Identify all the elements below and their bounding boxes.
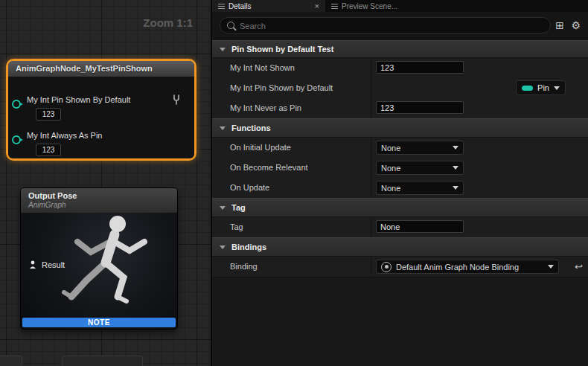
function-dropdown[interactable]: None bbox=[376, 141, 464, 155]
binding-dropdown[interactable]: Default Anim Graph Node Binding bbox=[376, 260, 559, 274]
pin-label: My Int Pin Shown By Default bbox=[27, 95, 130, 104]
property-row: On Update None bbox=[212, 178, 588, 199]
int-pin-icon[interactable] bbox=[12, 135, 21, 144]
partial-node[interactable] bbox=[63, 356, 143, 366]
property-row: On Become Relevant None bbox=[212, 158, 588, 179]
search-icon bbox=[227, 22, 234, 29]
search-input[interactable] bbox=[238, 18, 544, 34]
node-title[interactable]: AnimGraphNode_MyTestPinShown bbox=[8, 61, 194, 77]
function-dropdown[interactable]: None bbox=[376, 161, 464, 175]
chevron-down-icon bbox=[453, 146, 458, 150]
unreal-editor-window: Zoom 1:1 AnimGraphNode_MyTestPinShown My… bbox=[0, 0, 588, 366]
dropdown-value: None bbox=[381, 144, 400, 152]
property-label: My Int Not Shown bbox=[230, 58, 295, 77]
pin-mode-dropdown[interactable]: Pin bbox=[516, 80, 566, 95]
int-pin-icon[interactable] bbox=[12, 100, 21, 109]
category-header-pin-shown[interactable]: Pin Shown by Default Test bbox=[212, 40, 588, 58]
chevron-down-icon bbox=[548, 265, 554, 269]
tab-bar: Details × Preview Scene... bbox=[212, 0, 588, 12]
property-row: On Initial Update None bbox=[212, 138, 588, 158]
category-title: Bindings bbox=[231, 243, 266, 251]
category-title: Functions bbox=[231, 123, 271, 132]
category-header-functions[interactable]: Functions bbox=[212, 118, 588, 138]
pin-label: My Int Always As Pin bbox=[27, 131, 102, 140]
details-panel: Details × Preview Scene... ⊞ ⚙ Pin Shown… bbox=[212, 0, 588, 366]
category-header-bindings[interactable]: Bindings bbox=[212, 237, 588, 257]
settings-gear-icon[interactable]: ⚙ bbox=[571, 18, 581, 33]
property-row: My Int Never as Pin bbox=[212, 98, 588, 119]
tab-label: Preview Scene... bbox=[342, 2, 397, 10]
chevron-down-icon bbox=[220, 48, 226, 51]
chevron-down-icon bbox=[453, 186, 458, 190]
promote-to-pin-icon[interactable] bbox=[171, 94, 182, 106]
pin-icon bbox=[522, 86, 533, 91]
property-row: Binding Default Anim Graph Node Binding … bbox=[212, 257, 588, 277]
property-label: My Int Pin Shown by Default bbox=[230, 78, 333, 97]
node-body: My Int Pin Shown By Default 123 My Int A… bbox=[8, 77, 194, 158]
partial-node[interactable] bbox=[0, 356, 22, 366]
binding-icon bbox=[381, 262, 392, 272]
result-pin[interactable]: Result bbox=[28, 260, 65, 269]
anim-graph-node-selected[interactable]: AnimGraphNode_MyTestPinShown My Int Pin … bbox=[6, 59, 196, 161]
category-title: Tag bbox=[231, 203, 246, 212]
close-tab-icon[interactable]: × bbox=[315, 2, 319, 10]
property-label: On Update bbox=[230, 178, 269, 197]
chevron-down-icon bbox=[220, 206, 226, 210]
category-header-tag[interactable]: Tag bbox=[212, 198, 588, 217]
anim-graph-canvas[interactable]: Zoom 1:1 AnimGraphNode_MyTestPinShown My… bbox=[0, 0, 212, 366]
tab-details[interactable]: Details × bbox=[212, 0, 325, 12]
property-row: Tag bbox=[212, 217, 588, 238]
chevron-down-icon bbox=[554, 86, 560, 90]
dropdown-value: None bbox=[381, 164, 400, 173]
reset-to-default-icon[interactable]: ↩ bbox=[575, 260, 583, 273]
property-row: My Int Not Shown bbox=[212, 58, 588, 79]
result-pin-label: Result bbox=[42, 260, 65, 269]
binding-value: Default Anim Graph Node Binding bbox=[396, 263, 519, 272]
property-label: On Initial Update bbox=[230, 138, 291, 157]
chevron-down-icon bbox=[220, 126, 226, 130]
property-label: Binding bbox=[230, 257, 258, 276]
int-value-input[interactable] bbox=[376, 101, 464, 114]
pin-mode-value: Pin bbox=[537, 83, 549, 92]
int-value-input[interactable] bbox=[376, 61, 464, 74]
pose-pin-icon bbox=[28, 260, 37, 269]
dropdown-value: None bbox=[381, 184, 400, 193]
details-tab-icon bbox=[218, 4, 225, 9]
note-banner: NOTE bbox=[22, 318, 176, 327]
chevron-down-icon bbox=[220, 245, 226, 249]
category-title: Pin Shown by Default Test bbox=[231, 45, 333, 54]
property-label: My Int Never as Pin bbox=[230, 98, 301, 118]
property-label: Tag bbox=[230, 217, 243, 237]
search-box[interactable] bbox=[220, 17, 551, 33]
preview-scene-tab-icon bbox=[331, 4, 338, 9]
chevron-down-icon bbox=[453, 166, 458, 170]
view-options-grid-icon[interactable]: ⊞ bbox=[555, 18, 564, 33]
search-bar-area: ⊞ ⚙ bbox=[212, 12, 588, 39]
zoom-level-label: Zoom 1:1 bbox=[143, 16, 193, 29]
tag-input[interactable] bbox=[376, 220, 464, 233]
pin-value-box[interactable]: 123 bbox=[36, 144, 61, 156]
pin-value-box[interactable]: 123 bbox=[36, 108, 61, 121]
tab-label: Details bbox=[229, 2, 252, 10]
output-pose-title: Output Pose bbox=[28, 190, 177, 201]
property-row: My Int Pin Shown by Default Pin bbox=[212, 78, 588, 99]
function-dropdown[interactable]: None bbox=[376, 181, 464, 195]
property-label: On Become Relevant bbox=[230, 158, 308, 177]
output-pose-node[interactable]: Output Pose AnimGraph bbox=[20, 187, 178, 330]
tab-preview-scene[interactable]: Preview Scene... bbox=[325, 0, 437, 12]
